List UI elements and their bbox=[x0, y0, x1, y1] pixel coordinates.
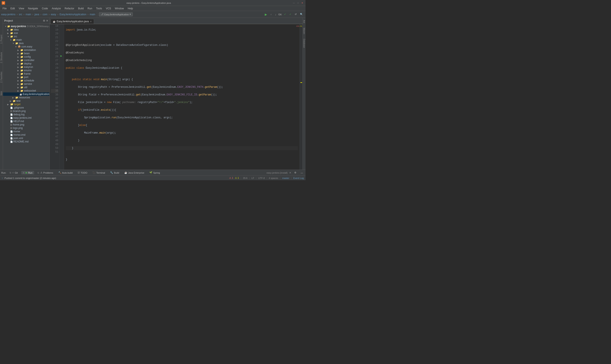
breadcrumb-item-class[interactable]: EasyJenkinsApplication bbox=[60, 13, 86, 16]
tree-item-websocket[interactable]: ▶ 📁 websocket bbox=[3, 89, 49, 92]
tree-item-controller[interactable]: ▶ 📁 controller bbox=[3, 59, 49, 62]
run-tab-problems[interactable]: 6: ⚠ Problems bbox=[36, 171, 55, 174]
tree-item-src[interactable]: ▼ 📁 src bbox=[3, 35, 49, 38]
breadcrumb-item-method[interactable]: main bbox=[90, 13, 95, 16]
run-button[interactable]: ▶ bbox=[264, 12, 268, 16]
run-tab-close[interactable]: ✕ bbox=[289, 171, 291, 174]
git-refresh-button[interactable]: ↺ bbox=[293, 13, 298, 16]
error-indicator[interactable]: ⚠ 1 bbox=[229, 177, 233, 179]
tree-item-main[interactable]: ▼ 📁 main bbox=[3, 38, 49, 41]
tree-item-exe[interactable]: ▶ 📁 exe bbox=[3, 31, 49, 35]
favorites-tab[interactable]: 2: Favorites bbox=[0, 72, 2, 83]
run-tab-git[interactable]: 9: ⑂ Git bbox=[8, 171, 19, 174]
tree-item-branch-png[interactable]: 🖼 branch.png bbox=[3, 109, 49, 113]
tab-close-button[interactable]: ✕ bbox=[90, 20, 92, 23]
tree-item-deploy[interactable]: ▶ 📁 deploy bbox=[3, 62, 49, 65]
maximize-button[interactable]: □ bbox=[297, 1, 300, 4]
project-close-icon[interactable]: ✕ bbox=[46, 19, 48, 22]
web-tab[interactable]: Web bbox=[0, 91, 2, 95]
menu-item-tools[interactable]: Tools bbox=[94, 7, 104, 10]
run-tab-todo[interactable]: ☑ TODO bbox=[76, 171, 89, 174]
git-push-button[interactable]: ↑ bbox=[269, 13, 273, 16]
tree-item-enums[interactable]: ▶ 📁 enums bbox=[3, 69, 49, 72]
git-pull-button[interactable]: ↓ bbox=[274, 13, 278, 16]
breadcrumb-item-main[interactable]: main bbox=[26, 13, 31, 16]
file-encoding[interactable]: UTF-8 bbox=[258, 177, 265, 179]
git-check2-button[interactable]: ✓ bbox=[288, 13, 292, 16]
run-tab-run[interactable]: 4: ▶ Run bbox=[21, 171, 34, 174]
tree-item-help[interactable]: 📄 HELP.md bbox=[3, 119, 49, 123]
cursor-position[interactable]: 35:6 bbox=[243, 177, 247, 179]
menu-item-window[interactable]: Window bbox=[113, 7, 126, 10]
event-log-link[interactable]: Event Log bbox=[293, 177, 304, 179]
menu-item-run[interactable]: Run bbox=[86, 7, 94, 10]
menu-item-vcs[interactable]: VCS bbox=[104, 7, 113, 10]
tree-item-iml[interactable]: 📄 easy-jenkins.iml bbox=[3, 116, 49, 119]
breadcrumb-item-src[interactable]: src bbox=[19, 13, 22, 16]
tree-item-annotation[interactable]: ▶ 📁 annotation bbox=[3, 48, 49, 52]
tree-item-easyrun[interactable]: ▶ 📁 easyrun bbox=[3, 65, 49, 69]
branch-selector[interactable]: ⎇ EasyJenkinsApplication ▾ bbox=[99, 12, 133, 16]
tree-item-mvnw[interactable]: 📄 mvnw bbox=[3, 130, 49, 133]
menu-item-refactor[interactable]: Refactor bbox=[63, 7, 76, 10]
menu-item-help[interactable]: Help bbox=[126, 7, 135, 10]
tree-item-mvnw-cmd[interactable]: 📄 mvnw.cmd bbox=[3, 133, 49, 137]
database-tab[interactable]: Database bbox=[303, 38, 306, 49]
tree-item-port[interactable]: ▶ 📁 port bbox=[3, 76, 49, 79]
tree-item-java[interactable]: ▼ 📁 java bbox=[3, 41, 49, 45]
run-tab-spring[interactable]: 🌱 Spring bbox=[148, 171, 162, 174]
tree-item-idea[interactable]: ▶ 📁 idea bbox=[3, 28, 49, 31]
git-check-button[interactable]: ✓ bbox=[283, 13, 287, 16]
tree-item-gitignore[interactable]: 📄 .gitignore bbox=[3, 106, 49, 109]
run-tab-build[interactable]: 🔧 Build bbox=[108, 171, 121, 174]
tree-item-schedule[interactable]: ▶ 📁 schedule bbox=[3, 79, 49, 82]
tree-item-target[interactable]: ▶ 📁 target bbox=[3, 103, 49, 106]
tree-item-easy-jenkins-application[interactable]: ☕ EasyJenkinsApplication bbox=[3, 92, 49, 96]
tree-item-resources[interactable]: ▶ 📁 resources bbox=[3, 96, 49, 99]
breadcrumb-item-project[interactable]: easy-jenkins bbox=[1, 13, 15, 16]
menu-item-view[interactable]: View bbox=[17, 7, 26, 10]
breadcrumb-item-easy[interactable]: easy bbox=[51, 13, 56, 16]
tree-item-debug-log[interactable]: 📄 debug.log bbox=[3, 113, 49, 116]
tree-item-readme[interactable]: 📄 README.md bbox=[3, 140, 49, 143]
tree-item-service[interactable]: ▶ 📁 service bbox=[3, 82, 49, 86]
tree-item-com-easy[interactable]: ▼ 📦 com.easy bbox=[3, 45, 49, 48]
toolbar: easy-jenkins › src › main › java › com ›… bbox=[0, 11, 306, 18]
search-everywhere-button[interactable]: 🔍 bbox=[299, 13, 304, 16]
breadcrumb-item-com[interactable]: com bbox=[43, 13, 48, 16]
ant-tab[interactable]: Ant bbox=[303, 19, 306, 24]
code-content[interactable]: import java.io.File; @SpringBootApplicat… bbox=[64, 24, 300, 169]
run-tab-java-enterprise[interactable]: ☕ Java Enterprise bbox=[123, 171, 146, 174]
project-tab[interactable]: 1: Project bbox=[0, 35, 2, 44]
project-gear-icon[interactable]: ⚙ bbox=[43, 19, 45, 22]
tree-item-util[interactable]: ▶ 📁 util bbox=[3, 86, 49, 89]
menu-item-build[interactable]: Build bbox=[76, 7, 85, 10]
run-minimize-button[interactable]: — bbox=[299, 171, 304, 174]
menu-item-analyze[interactable]: Analyze bbox=[50, 7, 63, 10]
git-branch[interactable]: master bbox=[282, 177, 289, 179]
tree-item-logo-png[interactable]: 🖼 logo.png bbox=[3, 126, 49, 130]
run-tab-autobuild[interactable]: 🔨 Auto-build bbox=[57, 171, 74, 174]
tree-item-home-png[interactable]: 🖼 home.png bbox=[3, 123, 49, 126]
editor-tab-main[interactable]: ☕ EasyJenkinsApplication.java ✕ bbox=[51, 19, 94, 24]
tree-item-bean[interactable]: ▶ 📁 bean bbox=[3, 52, 49, 55]
run-tab-terminal[interactable]: ⬛ Terminal bbox=[91, 171, 107, 174]
title-text: easy-jenkins - EasyJenkinsApplication.ja… bbox=[126, 2, 171, 4]
menu-item-file[interactable]: File bbox=[1, 7, 8, 10]
menu-item-edit[interactable]: Edit bbox=[9, 7, 16, 10]
tree-item-root[interactable]: ▼ 📁 easy-jenkins D:\IDEA_SPAN\easy-jenki… bbox=[3, 25, 49, 28]
maven-tab-right[interactable]: Maven bbox=[303, 26, 306, 35]
menu-item-navigate[interactable]: Navigate bbox=[26, 7, 40, 10]
breadcrumb-item-java[interactable]: java bbox=[35, 13, 39, 16]
minimize-button[interactable]: — bbox=[292, 1, 295, 4]
tree-item-pom-xml[interactable]: 📄 pom.xml bbox=[3, 137, 49, 140]
close-button[interactable]: ✕ bbox=[301, 1, 304, 4]
tree-item-frame[interactable]: ▶ 📁 frame bbox=[3, 72, 49, 76]
run-settings-button[interactable]: ⚙ bbox=[293, 171, 298, 174]
tree-item-test[interactable]: ▶ 📁 test bbox=[3, 99, 49, 103]
tree-item-config[interactable]: ▶ 📁 config bbox=[3, 55, 49, 59]
menu-item-code[interactable]: Code bbox=[40, 7, 50, 10]
indent-setting[interactable]: 4 spaces bbox=[269, 177, 278, 179]
warning-indicator[interactable]: ⚠ 1 bbox=[235, 177, 239, 179]
structure-tab[interactable]: 2: Structure bbox=[0, 52, 2, 63]
